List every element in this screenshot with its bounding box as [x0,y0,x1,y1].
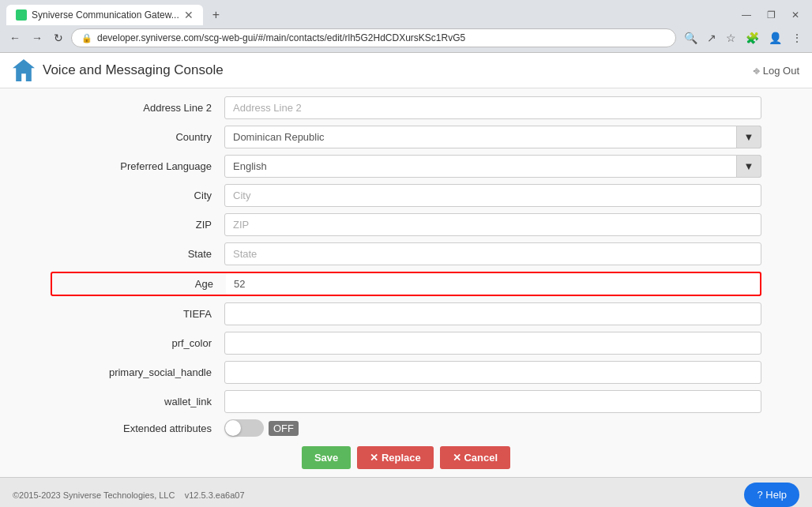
app-header: Voice and Messaging Console ⎆ Log Out [0,53,812,88]
age-input[interactable] [226,273,760,295]
extended-attributes-toggle[interactable] [224,419,264,437]
tiefa-row: TIEFA [51,302,761,325]
country-label: Country [51,131,224,143]
logout-label: Log Out [763,65,799,77]
prf-color-row: prf_color [51,332,761,355]
app-title-area: Voice and Messaging Console [13,59,224,81]
zip-input[interactable] [224,213,761,236]
bookmark-button[interactable]: ☆ [723,28,739,47]
forward-button[interactable]: → [28,28,46,47]
preferred-language-select[interactable]: English [224,155,761,178]
tiefa-label: TIEFA [51,308,224,320]
country-select-wrapper: Dominican Republic ▼ [224,126,761,148]
reload-button[interactable]: ↻ [51,28,66,47]
restore-button[interactable]: ❐ [761,6,782,24]
app-footer: ©2015-2023 Syniverse Technologies, LLC v… [0,477,812,507]
tab-title: Syniverse Communication Gatew... [32,9,179,21]
preferred-language-label: Preferred Language [51,160,224,172]
back-button[interactable]: ← [6,28,24,47]
country-row: Country Dominican Republic ▼ [51,126,761,148]
preferred-language-row: Preferred Language English ▼ [51,155,761,178]
logout-icon: ⎆ [754,65,760,77]
browser-chrome: Syniverse Communication Gatew... ✕ + — ❐… [0,0,812,53]
profile-button[interactable]: 👤 [765,28,785,47]
state-input[interactable] [224,242,761,265]
primary-social-handle-label: primary_social_handle [51,366,224,378]
footer-left: ©2015-2023 Syniverse Technologies, LLC v… [13,490,245,500]
save-button[interactable]: Save [302,446,351,469]
replace-button[interactable]: ✕ Replace [357,446,433,469]
extended-attributes-row: Extended attributes OFF [51,419,761,437]
preferred-language-select-wrapper: English ▼ [224,155,761,178]
cancel-button[interactable]: ✕ Cancel [440,446,510,469]
age-label: Age [52,278,226,290]
state-label: State [51,248,224,260]
window-controls: — ❐ ✕ [735,6,806,24]
address-line2-row: Address Line 2 [51,96,761,119]
address-line2-input[interactable] [224,96,761,119]
city-label: City [51,190,224,201]
help-button[interactable]: ? Help [744,483,799,507]
tab-favicon [16,9,27,21]
country-select[interactable]: Dominican Republic [224,126,761,148]
extension-button[interactable]: 🧩 [742,28,762,47]
page-wrapper: Syniverse Communication Gatew... ✕ + — ❐… [0,0,812,507]
form-container: Address Line 2 Country Dominican Republi… [35,88,777,477]
primary-social-handle-row: primary_social_handle [51,361,761,384]
main-content: Address Line 2 Country Dominican Republi… [0,88,812,477]
toggle-wrapper: OFF [224,419,299,437]
search-button[interactable]: 🔍 [681,28,701,47]
url-text: developer.syniverse.com/scg-web-gui/#/ma… [97,32,465,43]
primary-social-handle-input[interactable] [224,361,761,384]
address-bar: ← → ↻ 🔒 developer.syniverse.com/scg-web-… [0,25,812,52]
close-button[interactable]: ✕ [785,6,806,24]
wallet-link-row: wallet_link [51,390,761,413]
copyright-text: ©2015-2023 Syniverse Technologies, LLC [13,490,175,500]
prf-color-label: prf_color [51,337,224,349]
address-line2-label: Address Line 2 [51,102,224,114]
extended-attributes-label: Extended attributes [51,422,224,434]
toggle-state-label: OFF [269,421,299,436]
state-row: State [51,242,761,265]
app-title: Voice and Messaging Console [43,62,224,78]
share-button[interactable]: ↗ [704,28,720,47]
address-input[interactable]: 🔒 developer.syniverse.com/scg-web-gui/#/… [71,28,676,47]
new-tab-button[interactable]: + [206,5,226,25]
minimize-button[interactable]: — [735,6,757,24]
city-row: City [51,184,761,207]
menu-button[interactable]: ⋮ [788,28,806,47]
browser-actions: 🔍 ↗ ☆ 🧩 👤 ⋮ [681,28,806,47]
active-tab[interactable]: Syniverse Communication Gatew... ✕ [6,5,203,25]
lock-icon: 🔒 [81,33,92,43]
prf-color-input[interactable] [224,332,761,355]
logout-button[interactable]: ⎆ Log Out [754,65,799,77]
version-text: v12.5.3.ea6a07 [185,490,245,500]
home-icon[interactable] [13,59,35,81]
wallet-link-input[interactable] [224,390,761,413]
tiefa-input[interactable] [224,302,761,325]
toggle-thumb [225,420,241,436]
zip-label: ZIP [51,219,224,231]
age-row: Age [51,272,761,296]
zip-row: ZIP [51,213,761,236]
tab-bar: Syniverse Communication Gatew... ✕ + — ❐… [0,0,812,25]
city-input[interactable] [224,184,761,207]
form-actions: Save ✕ Replace ✕ Cancel [51,446,761,469]
wallet-link-label: wallet_link [51,396,224,407]
tab-close-button[interactable]: ✕ [184,9,194,21]
